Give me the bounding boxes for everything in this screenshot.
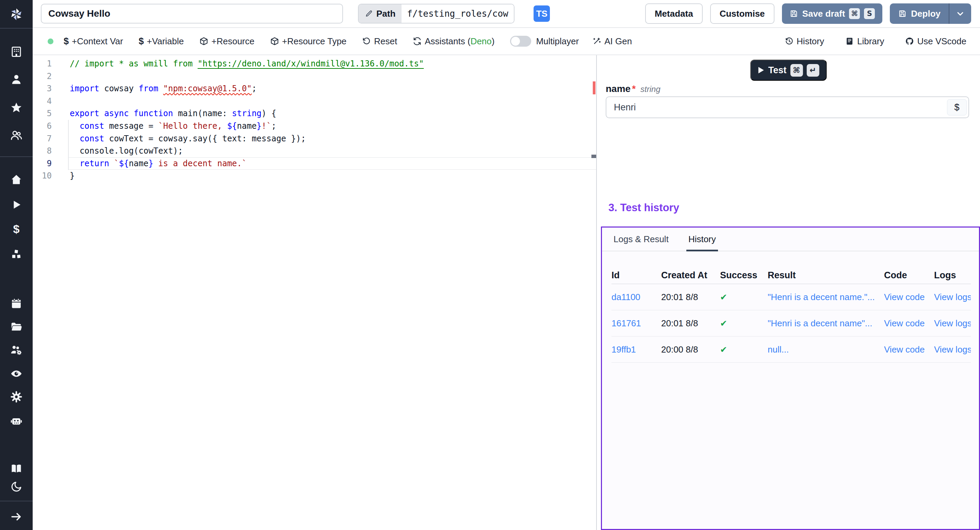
save-draft-button[interactable]: Save draft ⌘ S [782, 3, 883, 24]
groups-settings-icon[interactable] [10, 344, 22, 356]
reset-button[interactable]: Reset [362, 36, 397, 47]
code-line: 4 [33, 95, 596, 108]
multiplayer-label: Multiplayer [536, 36, 579, 47]
view-logs-link[interactable]: View logs [934, 344, 971, 355]
pencil-icon [365, 10, 373, 18]
test-label: Test [768, 65, 787, 76]
audit-eye-icon[interactable] [10, 367, 22, 380]
cmd-key-badge: ⌘ [849, 8, 860, 19]
refresh-icon [413, 37, 422, 46]
code-editor[interactable]: 1// import * as wmill from "https://deno… [33, 55, 596, 530]
settings-gear-icon[interactable] [10, 391, 22, 403]
metadata-button[interactable]: Metadata [645, 3, 703, 24]
table-row: 16176120:01 8/8✔"Henri is a decent name"… [611, 310, 971, 337]
workspace-building-icon[interactable] [10, 46, 22, 58]
collapse-arrow-right-icon[interactable] [10, 511, 22, 523]
deploy-split-button: Deploy [890, 3, 971, 24]
right-panel: Test ⌘ ↵ name* string $ 3. Test history … [596, 55, 980, 530]
line-number: 4 [33, 95, 52, 108]
chevron-down-icon [956, 9, 965, 18]
add-context-var-button[interactable]: $ +Context Var [64, 36, 123, 47]
sidebar-divider [0, 28, 33, 29]
indent-guide [68, 120, 69, 170]
editor-toolbar: $ +Context Var $ +Variable +Resource +Re… [33, 28, 980, 55]
line-number: 10 [33, 170, 52, 182]
home-icon[interactable] [10, 173, 22, 186]
path-chip[interactable]: Path [359, 5, 401, 23]
use-vscode-button[interactable]: Use VScode [905, 36, 966, 47]
arg-name-input[interactable] [606, 96, 969, 118]
runs-play-icon[interactable] [10, 199, 22, 211]
tab-history[interactable]: History [688, 228, 716, 251]
line-number: 8 [33, 145, 52, 157]
add-resource-button[interactable]: +Resource [199, 36, 254, 47]
variables-dollar-icon[interactable]: $ [10, 223, 22, 235]
sidebar: $ [0, 0, 33, 530]
github-icon [905, 37, 914, 46]
job-id-link[interactable]: da1100 [611, 292, 661, 302]
add-variable-button[interactable]: $ +Variable [139, 36, 184, 47]
dark-mode-moon-icon[interactable] [10, 481, 22, 493]
topbar: Path TS Metadata Customise Save draft ⌘ … [33, 0, 980, 28]
path-input[interactable] [401, 5, 514, 23]
multiplayer-toggle[interactable] [510, 36, 531, 47]
test-button[interactable]: Test ⌘ ↵ [750, 60, 827, 81]
table-body: da110020:01 8/8✔"Henri is a decent name.… [611, 284, 971, 363]
line-number: 3 [33, 82, 52, 95]
tab-logs-result[interactable]: Logs & Result [614, 228, 669, 251]
favorites-star-icon[interactable] [10, 102, 22, 114]
view-logs-link[interactable]: View logs [934, 318, 971, 329]
view-code-link[interactable]: View code [884, 292, 934, 302]
history-button[interactable]: History [785, 36, 824, 47]
folders-icon[interactable] [10, 321, 22, 333]
code-line: 8 console.log(cowText); [33, 145, 596, 157]
view-logs-link[interactable]: View logs [934, 292, 971, 302]
schedules-calendar-icon[interactable] [10, 297, 22, 310]
table-row: da110020:01 8/8✔"Henri is a decent name.… [611, 284, 971, 310]
result-link[interactable]: "Henri is a decent name"... [768, 318, 884, 329]
package-icon [270, 37, 279, 46]
code-lines: 1// import * as wmill from "https://deno… [33, 57, 596, 182]
workers-robot-icon[interactable] [10, 415, 22, 427]
job-id-link[interactable]: 19ffb1 [611, 344, 661, 355]
deploy-dropdown-button[interactable] [949, 3, 971, 24]
customise-button[interactable]: Customise [710, 3, 775, 24]
view-code-link[interactable]: View code [884, 344, 934, 355]
dollar-icon: $ [139, 36, 144, 47]
rotate-ccw-icon [362, 37, 371, 46]
user-icon[interactable] [10, 73, 22, 86]
save-draft-label: Save draft [802, 8, 845, 19]
deploy-label: Deploy [911, 8, 940, 19]
ai-gen-button[interactable]: AI Gen [592, 36, 632, 47]
resources-cubes-icon[interactable] [10, 248, 22, 260]
overview-ruler-cursor-marker [592, 155, 596, 158]
insert-variable-dollar-button[interactable]: $ [947, 99, 967, 115]
history-table: Id Created At Success Result Code Logs d… [611, 267, 971, 363]
windmill-logo-icon[interactable] [9, 7, 24, 22]
test-history-heading: 3. Test history [608, 202, 679, 214]
required-asterisk: * [632, 83, 636, 94]
code-line: 3import cowsay from "npm:cowsay@1.5.0"; [33, 82, 596, 95]
success-check-icon: ✔ [720, 345, 768, 354]
library-button[interactable]: Library [845, 36, 884, 47]
history-clock-icon [785, 37, 794, 46]
job-id-link[interactable]: 161761 [611, 318, 661, 329]
line-number: 6 [33, 120, 52, 132]
result-link[interactable]: null... [768, 344, 884, 355]
script-title-input[interactable] [41, 4, 343, 24]
deploy-button[interactable]: Deploy [890, 3, 949, 24]
code-line: 10} [33, 170, 596, 182]
line-number: 5 [33, 107, 52, 120]
team-users-icon[interactable] [10, 129, 22, 141]
assistants-lang: Deno [471, 36, 492, 46]
line-number: 7 [33, 132, 52, 145]
arg-input-wrap: $ [606, 96, 969, 118]
path-control[interactable]: Path [358, 4, 514, 24]
line-number: 9 [33, 157, 52, 170]
add-resource-type-button[interactable]: +Resource Type [270, 36, 347, 47]
result-link[interactable]: "Henri is a decent name."... [768, 292, 884, 302]
view-code-link[interactable]: View code [884, 318, 934, 329]
docs-book-icon[interactable] [10, 463, 22, 475]
assistants-button[interactable]: Assistants (Deno) [413, 36, 495, 47]
history-tabs: Logs & Result History [602, 228, 979, 251]
